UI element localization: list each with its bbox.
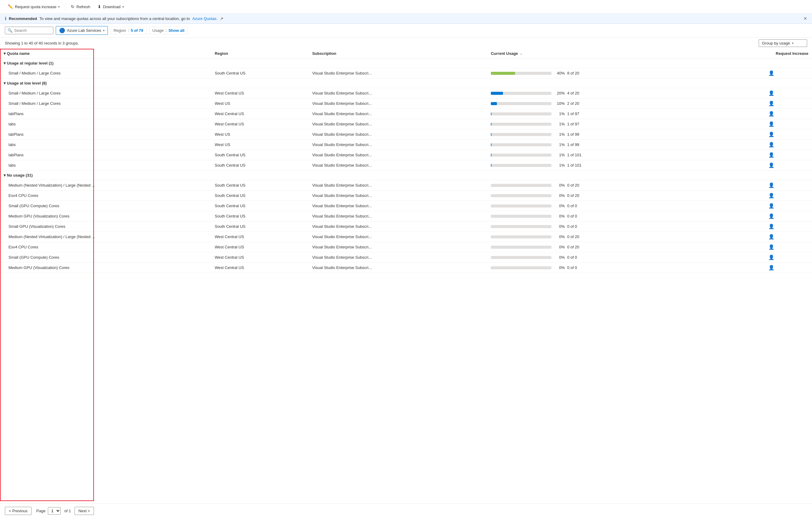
region-cell: West US [211, 98, 309, 109]
region-cell: West US [211, 140, 309, 150]
usage-cell: 1% 1 of 101 [487, 160, 731, 171]
progress-bar-fill [491, 102, 497, 105]
group-header-cell[interactable]: ▾ No usage (31) [0, 171, 812, 180]
download-btn[interactable]: ⬇ Download ▾ [94, 2, 127, 11]
progress-bar-wrap [491, 204, 551, 207]
table-row: Small / Medium / Large Cores West US Vis… [0, 98, 812, 109]
usage-count: 0 of 0 [567, 224, 585, 229]
toolbar: ✏️ Request quota increase ▾ ↻ Refresh ⬇ … [0, 0, 812, 13]
group-label: No usage (31) [7, 173, 33, 177]
table-row: labPlans South Central US Visual Studio … [0, 150, 812, 160]
request-increase-icon[interactable]: 👤 [768, 224, 775, 229]
download-label: Download [103, 4, 121, 9]
search-input[interactable] [14, 28, 51, 33]
table-body: ▾ Usage at regular level (1) Small / Med… [0, 58, 812, 273]
previous-btn[interactable]: < Previous [5, 507, 31, 515]
usage-cell: 1% 1 of 97 [487, 119, 731, 130]
table-scrollable[interactable]: ▾ Quota name Region Subscription Current… [0, 49, 812, 503]
request-increase-cell: 👤 [731, 211, 812, 222]
progress-bar-fill [491, 72, 515, 75]
quota-name-cell: Small GPU (Visualization) Cores [0, 222, 211, 232]
group-toggle[interactable]: ▾ [4, 173, 7, 177]
table-row: Small / Medium / Large Cores West Centra… [0, 88, 812, 98]
group-header-nousage[interactable]: ▾ No usage (31) [0, 171, 812, 180]
usage-count: 0 of 0 [567, 255, 585, 260]
col-header-usage[interactable]: Current Usage ↓ [487, 49, 731, 58]
request-increase-icon[interactable]: 👤 [768, 193, 775, 198]
region-cell: West Central US [211, 263, 309, 273]
request-increase-icon[interactable]: 👤 [768, 91, 775, 96]
service-dropdown[interactable]: 🔵 Azure Lab Services ▾ [56, 26, 108, 35]
request-increase-icon[interactable]: 👤 [768, 70, 775, 76]
request-increase-icon[interactable]: 👤 [768, 152, 775, 157]
table-row: Medium GPU (Visualization) Cores West Ce… [0, 263, 812, 273]
pagination: < Previous Page 1 of 1 Next > [0, 503, 812, 518]
request-increase-cell: 👤 [731, 130, 812, 140]
quota-name-cell: labs [0, 160, 211, 171]
search-icon: 🔍 [7, 28, 12, 33]
usage-filter[interactable]: Usage : Show all [149, 27, 188, 34]
request-increase-icon[interactable]: 👤 [768, 255, 775, 260]
table-row: Esv4 CPU Cores West Central US Visual St… [0, 242, 812, 252]
usage-pct: 0% [554, 204, 565, 208]
subscription-cell: Visual Studio Enterprise Subscri... [309, 191, 487, 201]
pencil-icon: ✏️ [8, 4, 13, 9]
usage-count: 0 of 0 [567, 214, 585, 219]
next-btn[interactable]: Next > [75, 507, 94, 515]
usage-pct: 0% [554, 193, 565, 198]
request-increase-icon[interactable]: 👤 [768, 203, 775, 208]
usage-count: 4 of 20 [567, 91, 585, 95]
group-header-cell[interactable]: ▾ Usage at regular level (1) [0, 58, 812, 68]
subscription-cell: Visual Studio Enterprise Subscri... [309, 242, 487, 252]
refresh-icon: ↻ [71, 4, 75, 9]
download-icon: ⬇ [97, 4, 101, 9]
summary-bar: Showing 1 to 40 of 40 records in 3 group… [0, 37, 812, 49]
region-filter[interactable]: Region : 5 of 79 [110, 27, 147, 34]
group-header-low[interactable]: ▾ Usage at low level (8) [0, 79, 812, 88]
request-increase-icon[interactable]: 👤 [768, 244, 775, 250]
group-toggle[interactable]: ▾ [4, 81, 7, 85]
quota-name-cell: Medium (Nested Virtualization) / Large (… [0, 180, 211, 191]
request-increase-icon[interactable]: 👤 [768, 132, 775, 137]
col-header-subscription: Subscription [309, 49, 487, 58]
region-cell: West Central US [211, 232, 309, 242]
request-increase-icon[interactable]: 👤 [768, 142, 775, 147]
subscription-cell: Visual Studio Enterprise Subscri... [309, 252, 487, 263]
request-increase-icon[interactable]: 👤 [768, 121, 775, 126]
banner-close-btn[interactable]: ✕ [804, 16, 807, 21]
request-increase-icon[interactable]: 👤 [768, 234, 775, 239]
download-chevron: ▾ [122, 5, 124, 8]
col-header-quota[interactable]: ▾ Quota name [0, 49, 211, 58]
service-label: Azure Lab Services [67, 28, 101, 33]
progress-bar-fill [491, 153, 491, 156]
request-increase-icon[interactable]: 👤 [768, 111, 775, 116]
request-increase-icon[interactable]: 👤 [768, 101, 775, 106]
region-cell: West Central US [211, 109, 309, 119]
refresh-btn[interactable]: ↻ Refresh [68, 2, 93, 11]
region-cell: South Central US [211, 68, 309, 79]
region-cell: South Central US [211, 150, 309, 160]
usage-pct: 1% [554, 142, 565, 147]
group-toggle[interactable]: ▾ [4, 61, 7, 65]
request-increase-icon[interactable]: 👤 [768, 163, 775, 168]
usage-cell: 1% 1 of 99 [487, 130, 731, 140]
progress-bar-fill [491, 133, 491, 136]
usage-cell: 0% 0 of 20 [487, 232, 731, 242]
usage-count: 1 of 101 [567, 163, 585, 168]
progress-bar-wrap [491, 123, 551, 126]
request-increase-icon[interactable]: 👤 [768, 213, 775, 219]
usage-pct: 0% [554, 234, 565, 239]
request-quota-btn[interactable]: ✏️ Request quota increase ▾ [5, 2, 63, 11]
group-header-cell[interactable]: ▾ Usage at low level (8) [0, 79, 812, 88]
request-increase-icon[interactable]: 👤 [768, 265, 775, 270]
azure-quotas-link[interactable]: Azure Quotas. [193, 17, 218, 21]
toolbar-divider-1 [65, 3, 65, 10]
search-box[interactable]: 🔍 [5, 27, 53, 34]
usage-cell: 0% 0 of 0 [487, 201, 731, 211]
table-row: Medium (Nested Virtualization) / Large (… [0, 232, 812, 242]
group-header-regular[interactable]: ▾ Usage at regular level (1) [0, 58, 812, 68]
page-select[interactable]: 1 [48, 507, 61, 515]
group-by-dropdown[interactable]: Group by usage ▾ [759, 39, 807, 47]
quota-name-cell: labPlans [0, 150, 211, 160]
request-increase-icon[interactable]: 👤 [768, 183, 775, 188]
